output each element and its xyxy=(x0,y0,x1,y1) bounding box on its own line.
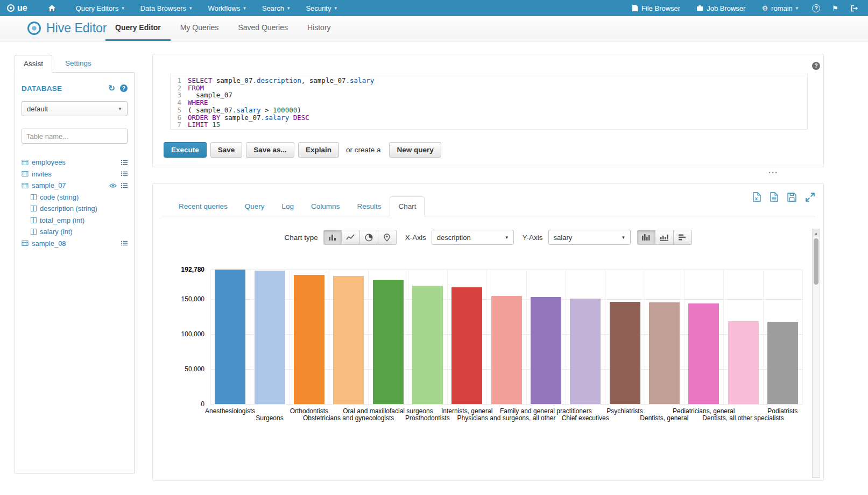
chart-y-axis: 050,000100,000150,000192,780 xyxy=(153,270,204,404)
list-icon[interactable] xyxy=(121,241,128,246)
help-button[interactable]: ? xyxy=(806,0,826,16)
tab-assist[interactable]: Assist xyxy=(15,55,52,73)
bar-surgeons xyxy=(255,271,285,404)
app-title: Hive Editor xyxy=(27,21,107,36)
caret-down-icon: ▾ xyxy=(189,5,192,11)
stacked-bars-button[interactable] xyxy=(655,230,674,245)
gridline xyxy=(368,270,369,404)
nav-menu-search[interactable]: Search▾ xyxy=(254,0,298,16)
home-button[interactable] xyxy=(36,0,68,16)
results-tab-results[interactable]: Results xyxy=(348,196,390,216)
column-item-salary[interactable]: salary (int) xyxy=(22,226,128,238)
code-line: 6ORDER BY sample_07.salary DESC xyxy=(171,114,807,122)
results-tab-chart[interactable]: Chart xyxy=(390,196,425,216)
new-query-button[interactable]: New query xyxy=(389,142,441,158)
hue-logo-icon xyxy=(27,21,41,36)
table-item-sample-08[interactable]: sample_08 xyxy=(22,238,128,250)
table-item-sample-07[interactable]: sample_07 xyxy=(22,180,128,192)
nav-menu-data-browsers[interactable]: Data Browsers▾ xyxy=(132,0,200,16)
editor-buttons: Execute Save Save as... Explain or creat… xyxy=(164,142,441,158)
nav-menu-query-editors[interactable]: Query Editors▾ xyxy=(68,0,132,16)
table-item-invites[interactable]: invites xyxy=(22,168,128,180)
sql-code-editor[interactable]: 1SELECT sample_07.description, sample_07… xyxy=(170,74,808,130)
home-icon xyxy=(48,4,56,12)
column-name: code (string) xyxy=(40,193,79,201)
line-chart-button[interactable] xyxy=(342,230,360,245)
x-tick-label: Obstetricians and gynecologists xyxy=(303,414,394,422)
vertical-scrollbar[interactable]: ▲ xyxy=(812,229,820,478)
resize-grip[interactable]: ··· xyxy=(768,168,778,176)
header-tab-query-editor[interactable]: Query Editor xyxy=(105,16,171,41)
user-menu[interactable]: ⚙ romain ▾ xyxy=(753,0,806,16)
database-select[interactable]: default ▼ xyxy=(22,101,128,116)
list-icon[interactable] xyxy=(121,183,128,188)
tab-settings[interactable]: Settings xyxy=(65,59,91,67)
column-item-code[interactable]: code (string) xyxy=(22,192,128,203)
assist-sidebar: Assist Settings DATABASE ↻ ? default ▼ e… xyxy=(15,54,135,473)
gridline xyxy=(526,270,527,404)
list-icon[interactable] xyxy=(121,171,128,176)
header-tab-saved-queries[interactable]: Saved Queries xyxy=(228,16,298,41)
header-tab-history[interactable]: History xyxy=(298,16,341,41)
table-name: employees xyxy=(32,158,66,166)
results-tab-columns[interactable]: Columns xyxy=(302,196,348,216)
app-header: Hive Editor Query EditorMy QueriesSaved … xyxy=(0,16,868,41)
nav-menu-security[interactable]: Security▾ xyxy=(298,0,345,16)
hue-logo-icon xyxy=(6,4,15,12)
execute-button[interactable]: Execute xyxy=(164,142,207,158)
eye-icon[interactable] xyxy=(109,183,117,188)
salary-bar-chart: 050,000100,000150,000192,780 Anesthesiol… xyxy=(153,264,824,447)
header-tab-my-queries[interactable]: My Queries xyxy=(171,16,229,41)
nav-menu-label: Query Editors xyxy=(76,4,118,12)
column-item-description[interactable]: description (string) xyxy=(22,203,128,215)
gridline xyxy=(566,270,566,404)
scrollbar-thumb[interactable] xyxy=(814,238,818,285)
gridline xyxy=(210,404,802,405)
help-icon: ? xyxy=(812,4,820,12)
horizontal-bars-button[interactable] xyxy=(674,230,692,245)
sign-out-button[interactable] xyxy=(844,0,865,16)
bar-chart-button[interactable] xyxy=(323,230,342,245)
caret-down-icon: ▾ xyxy=(287,5,290,11)
assist-tabs: Assist Settings xyxy=(15,54,135,72)
results-tab-log[interactable]: Log xyxy=(273,196,303,216)
x-axis-value: description xyxy=(437,234,471,242)
table-icon xyxy=(22,159,29,166)
hue-brand[interactable]: ue xyxy=(0,3,36,13)
grouped-bars-button[interactable] xyxy=(637,230,655,245)
results-tab-recent-queries[interactable]: Recent queries xyxy=(170,196,236,216)
help-icon[interactable]: ? xyxy=(120,84,128,92)
list-icon[interactable] xyxy=(121,160,128,165)
job-browser-button[interactable]: Job Browser xyxy=(688,0,753,16)
file-browser-button[interactable]: File Browser xyxy=(624,0,688,16)
flag-button[interactable]: ⚑ xyxy=(826,0,844,16)
nav-menu-workflows[interactable]: Workflows▾ xyxy=(200,0,253,16)
column-item-total-emp[interactable]: total_emp (int) xyxy=(22,215,128,227)
y-axis-select[interactable]: salary ▼ xyxy=(548,230,631,245)
y-tick-label: 150,000 xyxy=(153,295,204,303)
editor-help-icon[interactable]: ? xyxy=(812,62,820,70)
results-tab-query[interactable]: Query xyxy=(236,196,273,216)
map-marker-button[interactable] xyxy=(378,230,397,245)
nav-right: File Browser Job Browser ⚙ romain ▾ ? ⚑ xyxy=(624,0,868,16)
save-button[interactable]: Save xyxy=(210,142,243,158)
scroll-up-arrow[interactable]: ▲ xyxy=(813,229,820,237)
explain-button[interactable]: Explain xyxy=(298,142,339,158)
file-icon xyxy=(632,4,638,12)
code-line: 4WHERE xyxy=(171,99,807,107)
line-number: 7 xyxy=(171,121,188,129)
table-icon xyxy=(22,182,29,189)
caret-down-icon: ▾ xyxy=(243,5,246,11)
gridline xyxy=(408,270,408,404)
save-as-button[interactable]: Save as... xyxy=(246,142,294,158)
pie-chart-button[interactable] xyxy=(360,230,378,245)
x-axis-select[interactable]: description ▼ xyxy=(432,230,514,245)
table-filter-input[interactable] xyxy=(22,129,128,144)
y-axis-value: salary xyxy=(554,234,573,242)
gridline xyxy=(645,270,645,404)
nav-menus: Query Editors▾Data Browsers▾Workflows▾Se… xyxy=(68,0,345,16)
gridline xyxy=(329,270,329,404)
y-tick-label: 0 xyxy=(153,400,204,408)
table-item-employees[interactable]: employees xyxy=(22,157,128,168)
refresh-icon[interactable]: ↻ xyxy=(108,83,115,93)
